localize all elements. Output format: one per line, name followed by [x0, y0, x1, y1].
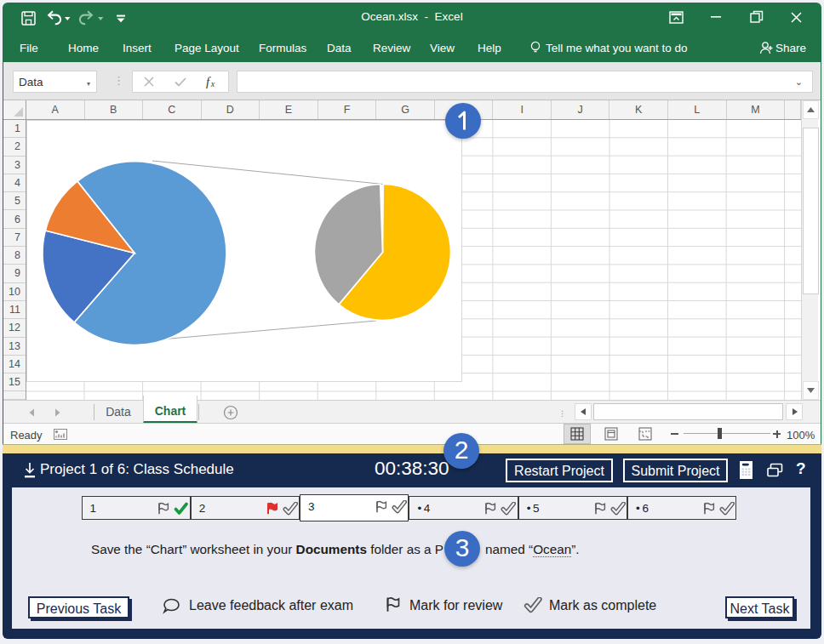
svg-text:x: x [210, 79, 215, 88]
